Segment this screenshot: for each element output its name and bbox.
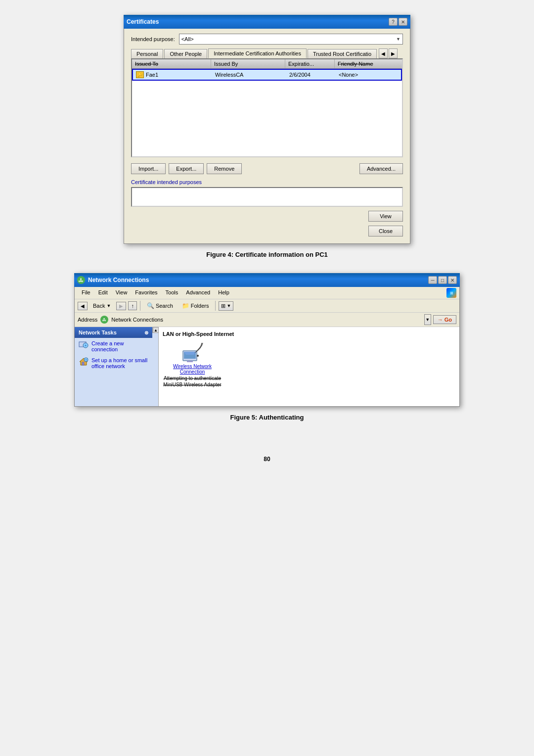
cert-purposes-box	[131, 187, 403, 207]
col-expiration[interactable]: Expiratio...	[285, 59, 335, 68]
net-maximize-button[interactable]: □	[438, 276, 447, 284]
tab-personal[interactable]: Personal	[131, 49, 163, 58]
col-issued-by[interactable]: Issued By	[211, 59, 285, 68]
address-bar: Address 🖧 Network Connections ▼ → Go	[75, 313, 459, 327]
advanced-button[interactable]: Advanced...	[359, 163, 403, 174]
dialog-title: Certificates	[127, 18, 159, 25]
wireless-connection-icon	[179, 343, 206, 363]
net-title-text: Network Connections	[88, 277, 149, 284]
address-value: Network Connections	[111, 317, 163, 323]
cell-issued-by: WirelessCA	[212, 70, 286, 80]
certificates-table: Issued To Issued By Expiratio... Friendl…	[131, 58, 403, 157]
task-create-connection[interactable]: + Create a new connection	[75, 338, 152, 355]
figure4-caption: Figure 4: Certificate information on PC1	[206, 251, 328, 258]
views-icon: ⊞	[221, 303, 225, 309]
menu-file[interactable]: File	[78, 288, 94, 298]
col-friendly-name[interactable]: Friendly Name	[335, 59, 404, 68]
dialog-body: Intended purpose: <All> ▼ Personal Other…	[124, 29, 410, 244]
go-button[interactable]: → Go	[433, 315, 456, 324]
net-main-area: Network Tasks ⊗ +	[75, 327, 459, 406]
search-icon: 🔍	[147, 302, 154, 309]
right-panel: LAN or High-Speed Internet	[159, 327, 459, 406]
back-dropdown-arrow: ▼	[106, 303, 111, 308]
certificates-dialog: Certificates ? ✕ Intended purpose: <All>…	[124, 15, 410, 244]
export-button[interactable]: Export...	[169, 163, 204, 174]
table-row[interactable]: 🔑 Fae1 WirelessCA 2/6/2004 <None>	[132, 69, 402, 81]
left-panel: Network Tasks ⊗ +	[75, 327, 159, 406]
action-buttons-row: Import... Export... Remove Advanced...	[131, 163, 403, 174]
toolbar-separator-2	[215, 301, 216, 311]
address-network-icon: 🖧	[100, 316, 108, 324]
tasks-collapse-button[interactable]: ⊗	[144, 330, 148, 335]
menu-edit[interactable]: Edit	[94, 288, 112, 298]
remove-button[interactable]: Remove	[207, 163, 242, 174]
tabs-row: Personal Other People Intermediate Certi…	[131, 48, 403, 58]
folders-icon: 📁	[182, 302, 189, 309]
intended-purpose-select[interactable]: <All> ▼	[179, 34, 403, 45]
select-dropdown-arrow: ▼	[396, 37, 400, 42]
net-title-left: 🖧 Network Connections	[77, 276, 149, 284]
wireless-connection-item[interactable]: Wireless Network Connection Attempting t…	[163, 341, 222, 387]
cert-icon: 🔑	[136, 71, 144, 78]
task-home-network[interactable]: ? Set up a home or small office network	[75, 355, 152, 372]
view-button[interactable]: View	[368, 211, 403, 222]
go-arrow-icon: →	[438, 317, 443, 323]
tab-other-people[interactable]: Other People	[164, 49, 207, 58]
menu-view[interactable]: View	[112, 288, 132, 298]
svg-text:+: +	[85, 344, 87, 347]
cell-issued-to: 🔑 Fae1	[133, 70, 212, 80]
back-button[interactable]: ◀	[78, 302, 88, 310]
menu-tools[interactable]: Tools	[162, 288, 182, 298]
up-button[interactable]: ↑	[128, 301, 137, 310]
net-minimize-button[interactable]: ─	[428, 276, 437, 284]
net-close-button[interactable]: ✕	[448, 276, 457, 284]
svg-point-11	[197, 355, 199, 357]
views-button[interactable]: ⊞ ▼	[219, 301, 233, 311]
connection-status: Attempting to authenticate	[164, 376, 221, 381]
page-number: 80	[264, 456, 270, 463]
cell-expiration: 2/6/2004	[286, 70, 336, 80]
view-btn-row: View	[131, 211, 403, 222]
menu-favorites[interactable]: Favorites	[131, 288, 161, 298]
scroll-up-button[interactable]: ▲	[153, 327, 159, 333]
cert-purposes-label: Certificate intended purposes	[131, 179, 403, 185]
address-bar-right: ▼ → Go	[424, 314, 456, 325]
forward-button[interactable]: ▶	[116, 302, 126, 310]
network-connections-window: 🖧 Network Connections ─ □ ✕ File Edit Vi…	[74, 273, 460, 407]
menu-bar: File Edit View Favorites Tools Advanced …	[75, 287, 459, 299]
svg-rect-10	[187, 361, 193, 362]
table-header: Issued To Issued By Expiratio... Friendl…	[132, 59, 402, 69]
import-button[interactable]: Import...	[131, 163, 166, 174]
menu-advanced[interactable]: Advanced	[182, 288, 214, 298]
back-label[interactable]: Back ▼	[89, 301, 114, 310]
dialog-close-button[interactable]: Close	[368, 226, 403, 236]
address-dropdown-button[interactable]: ▼	[424, 314, 431, 325]
intended-purpose-value: <All>	[181, 36, 194, 42]
home-network-icon: ?	[79, 357, 89, 366]
dialog-titlebar: Certificates ? ✕	[124, 15, 410, 29]
help-button[interactable]: ?	[389, 18, 398, 26]
network-tasks-label: Network Tasks	[79, 330, 117, 335]
col-issued-to[interactable]: Issued To	[132, 59, 211, 68]
tab-trusted-root[interactable]: Trusted Root Certificatio	[308, 49, 377, 58]
menu-help[interactable]: Help	[214, 288, 233, 298]
net-body: File Edit View Favorites Tools Advanced …	[74, 287, 460, 407]
tab-intermediate-ca[interactable]: Intermediate Certification Authorities	[208, 48, 307, 58]
connection-device: MiniUSB Wireless Adapter	[163, 382, 221, 387]
figure5-container: 🖧 Network Connections ─ □ ✕ File Edit Vi…	[10, 273, 524, 421]
tab-nav-right[interactable]: ▶	[389, 48, 398, 58]
folders-button[interactable]: 📁 Folders	[178, 301, 213, 311]
toolbar-separator-1	[140, 301, 140, 311]
tab-nav-left[interactable]: ◀	[379, 48, 388, 58]
network-connections-icon: 🖧	[77, 276, 85, 284]
net-title-buttons: ─ □ ✕	[428, 276, 457, 284]
connection-name: Wireless Network Connection	[163, 364, 222, 375]
search-button[interactable]: 🔍 Search	[143, 301, 177, 311]
close-button[interactable]: ✕	[399, 18, 407, 26]
cell-friendly-name: <None>	[336, 70, 405, 80]
intended-purpose-label: Intended purpose:	[131, 36, 175, 42]
left-panel-scrollbar[interactable]: ▲	[152, 327, 158, 333]
intended-purpose-row: Intended purpose: <All> ▼	[131, 34, 403, 45]
create-connection-icon: +	[79, 340, 89, 349]
network-tasks-header: Network Tasks ⊗	[75, 327, 152, 338]
